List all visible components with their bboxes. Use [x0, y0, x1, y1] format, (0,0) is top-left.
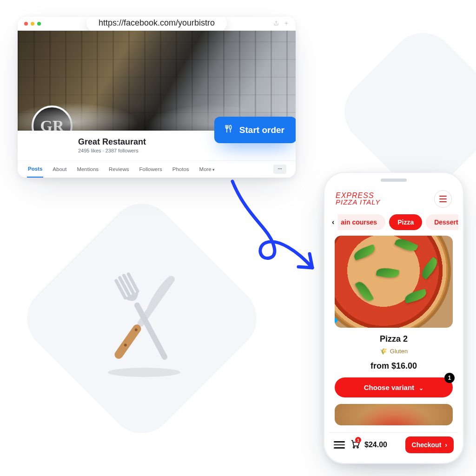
address-bar[interactable]: https://facebook.com/yourbistro — [86, 17, 227, 32]
phone-mockup: EXPRESS PIZZA ITALY ‹ ain courses Pizza … — [324, 172, 464, 464]
page-stats: 2495 likes · 2387 followers — [78, 148, 286, 153]
browser-toolbar: https://facebook.com/yourbistro — [18, 17, 296, 31]
cover-photo: GR — [18, 31, 296, 131]
menu-button[interactable] — [434, 190, 452, 208]
svg-rect-1 — [113, 323, 143, 361]
choose-variant-label: Choose variant — [364, 383, 414, 391]
checkout-button[interactable]: Checkout › — [405, 436, 454, 453]
share-icon[interactable] — [273, 20, 279, 27]
category-chip-desserts[interactable]: Desserts — [426, 214, 458, 230]
product-price: from $16.00 — [370, 361, 417, 371]
cart-summary[interactable]: 1 $24.00 — [350, 439, 387, 451]
tab-overflow-button[interactable]: ··· — [273, 165, 286, 174]
category-chip-main-courses[interactable]: ain courses — [338, 214, 385, 230]
next-product-image[interactable] — [335, 404, 453, 425]
chevron-down-icon: ⌄ — [419, 385, 423, 391]
phone-speaker — [381, 178, 407, 182]
allergen-label: Gluten — [390, 348, 408, 355]
svg-point-7 — [357, 447, 358, 448]
logo-line2: PIZZA ITALY — [336, 199, 380, 205]
wheat-icon: 🌾 — [380, 348, 387, 355]
cart-total: $24.00 — [364, 441, 387, 449]
bottom-bar: 1 $24.00 Checkout › — [329, 432, 458, 457]
category-chip-pizza[interactable]: Pizza — [389, 214, 422, 230]
utensils-icon — [225, 124, 234, 136]
start-order-button[interactable]: Start order — [214, 117, 296, 143]
allergen-badge: 🌾 Gluten — [380, 348, 408, 355]
app-screen: EXPRESS PIZZA ITALY ‹ ain courses Pizza … — [329, 186, 458, 457]
page-avatar[interactable]: GR — [32, 106, 73, 131]
start-order-label: Start order — [239, 125, 284, 135]
product-image[interactable] — [335, 236, 453, 328]
tab-followers[interactable]: Followers — [139, 161, 163, 177]
tab-posts[interactable]: Posts — [27, 161, 43, 178]
tab-about[interactable]: About — [52, 161, 67, 177]
add-icon[interactable] — [284, 20, 289, 27]
page-tabs: Posts About Mentions Reviews Followers P… — [18, 160, 296, 178]
bottom-menu-button[interactable] — [334, 441, 345, 449]
product-name: Pizza 2 — [380, 334, 408, 344]
tab-more[interactable]: More — [198, 161, 216, 177]
variant-count-badge: 1 — [444, 373, 455, 383]
tab-photos[interactable]: Photos — [172, 161, 190, 177]
svg-point-6 — [353, 447, 355, 448]
cart-count-badge: 1 — [355, 437, 361, 443]
browser-window: https://facebook.com/yourbistro GR Great… — [18, 17, 296, 178]
fork-knife-icon — [91, 258, 198, 379]
window-minimize-dot[interactable] — [31, 22, 34, 26]
checkout-label: Checkout — [412, 441, 442, 449]
category-tabs: ‹ ain courses Pizza Desserts › — [329, 211, 458, 236]
window-zoom-dot[interactable] — [37, 22, 41, 26]
app-logo[interactable]: EXPRESS PIZZA ITALY — [336, 192, 380, 205]
tab-reviews[interactable]: Reviews — [108, 161, 130, 177]
tab-mentions[interactable]: Mentions — [76, 161, 99, 177]
chevron-left-icon[interactable]: ‹ — [332, 218, 334, 226]
window-close-dot[interactable] — [24, 22, 28, 26]
product-card: Pizza 2 🌾 Gluten from $16.00 — [335, 236, 453, 371]
choose-variant-button[interactable]: Choose variant ⌄ 1 — [335, 377, 453, 397]
chevron-right-icon: › — [445, 441, 447, 449]
flow-arrow-icon — [205, 177, 335, 298]
svg-point-5 — [108, 368, 180, 377]
cart-icon: 1 — [350, 439, 361, 451]
